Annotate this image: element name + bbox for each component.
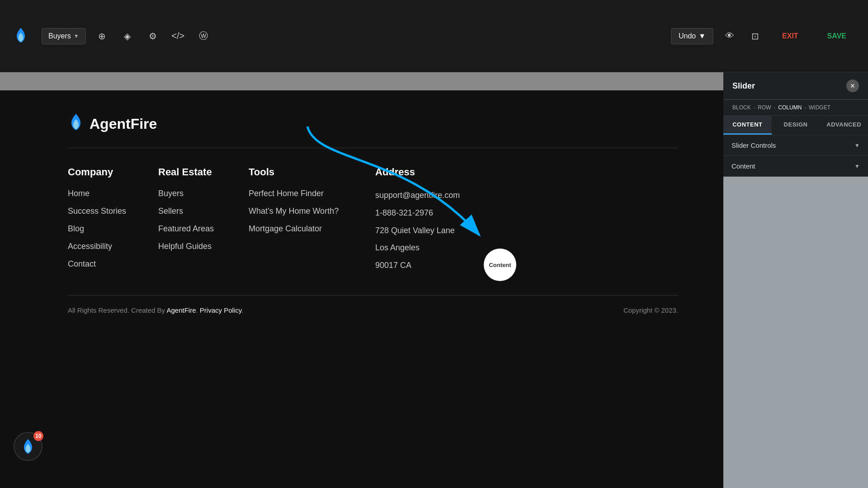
agentfire-link[interactable]: AgentFire [166, 306, 196, 314]
address-city: Los Angeles [375, 241, 678, 254]
tab-advanced[interactable]: ADVANCED [820, 116, 868, 135]
save-button[interactable]: SAVE [816, 28, 857, 45]
list-item[interactable]: Perfect Home Finder [249, 189, 375, 198]
bubble-flame-icon [21, 438, 35, 455]
tab-content[interactable]: CONTENT [723, 116, 772, 135]
address-phone: 1-888-321-2976 [375, 206, 678, 220]
close-icon: ✕ [850, 82, 855, 89]
content-section-chevron-icon: ▼ [854, 163, 860, 169]
code-icon-button[interactable]: </> [169, 27, 187, 45]
breadcrumb-sep-3: › [804, 105, 806, 110]
copyright-text: Copyright © 2023. [623, 306, 678, 314]
breadcrumb-row[interactable]: ROW [758, 104, 771, 111]
main-area: AgentFire Company Home Success Stories B… [0, 72, 868, 488]
panel-close-button[interactable]: ✕ [846, 80, 859, 92]
content-circle-label: Content [484, 249, 516, 281]
settings-icon-button[interactable]: ⚙ [144, 27, 162, 45]
slider-controls-chevron-icon: ▼ [854, 142, 860, 149]
mortgage-calculator-link[interactable]: Mortgage Calculator [249, 224, 322, 233]
helpful-guides-link[interactable]: Helpful Guides [158, 242, 212, 251]
breadcrumb-sep-1: › [754, 105, 755, 110]
sellers-link[interactable]: Sellers [158, 206, 183, 216]
website-preview: AgentFire Company Home Success Stories B… [0, 72, 723, 488]
home-link[interactable]: Home [68, 189, 90, 198]
preview-wrapper: AgentFire Company Home Success Stories B… [0, 72, 723, 488]
footer-columns: Company Home Success Stories Blog Access… [68, 166, 678, 277]
content-section: Content ▼ [723, 156, 868, 177]
panel-header: Slider ✕ [723, 72, 868, 100]
buyers-label: Buyers [48, 32, 71, 40]
contact-link[interactable]: Contact [68, 259, 96, 268]
footer-logo: AgentFire [68, 113, 678, 135]
exit-button[interactable]: EXIT [771, 28, 809, 45]
list-item[interactable]: Success Stories [68, 206, 158, 216]
content-section-label: Content [731, 162, 755, 170]
breadcrumb-widget[interactable]: WIDGET [809, 104, 830, 111]
buyers-dropdown[interactable]: Buyers ▼ [42, 28, 86, 44]
layers-icon-button[interactable]: ◈ [118, 27, 137, 45]
list-item[interactable]: Contact [68, 259, 158, 269]
wordpress-icon-button[interactable]: ⓦ [194, 27, 212, 45]
content-section-header[interactable]: Content ▼ [723, 156, 868, 176]
footer-flame-icon [68, 113, 84, 135]
privacy-policy-link[interactable]: Privacy Policy [200, 306, 241, 314]
accessibility-link[interactable]: Accessibility [68, 242, 112, 251]
address-email: support@agentfire.com [375, 189, 678, 202]
notification-bubble[interactable]: 10 [14, 432, 42, 461]
breadcrumb-sep-2: › [774, 105, 776, 110]
list-item[interactable]: What's My Home Worth? [249, 206, 375, 216]
footer-col-company: Company Home Success Stories Blog Access… [68, 166, 158, 277]
eye-icon: 👁 [725, 31, 734, 41]
tools-links: Perfect Home Finder What's My Home Worth… [249, 189, 375, 234]
list-item[interactable]: Helpful Guides [158, 242, 249, 251]
layers-icon: ◈ [124, 31, 131, 42]
tab-design[interactable]: DESIGN [772, 116, 820, 135]
success-stories-link[interactable]: Success Stories [68, 206, 126, 216]
notification-count: 10 [33, 431, 43, 441]
undo-label: Undo [679, 32, 696, 40]
slider-controls-header[interactable]: Slider Controls ▼ [723, 135, 868, 155]
slider-controls-label: Slider Controls [731, 141, 776, 149]
wordpress-icon: ⓦ [199, 30, 208, 42]
list-item[interactable]: Featured Areas [158, 224, 249, 234]
toolbar: Buyers ▼ ⊕ ◈ ⚙ </> ⓦ Undo ▼ 👁 ⊡ EXIT SAV… [0, 0, 868, 72]
blog-link[interactable]: Blog [68, 224, 84, 233]
responsive-icon: ⊡ [751, 31, 759, 42]
list-item[interactable]: Sellers [158, 206, 249, 216]
company-heading: Company [68, 166, 158, 178]
breadcrumb-column[interactable]: COLUMN [778, 104, 802, 111]
featured-areas-link[interactable]: Featured Areas [158, 224, 214, 233]
panel-breadcrumb: BLOCK › ROW › COLUMN › WIDGET [723, 100, 868, 116]
panel-tabs: CONTENT DESIGN ADVANCED [723, 116, 868, 135]
undo-dropdown[interactable]: Undo ▼ [671, 28, 713, 44]
tools-heading: Tools [249, 166, 375, 178]
eye-icon-button[interactable]: 👁 [721, 27, 739, 45]
list-item[interactable]: Accessibility [68, 242, 158, 251]
chevron-down-icon: ▼ [74, 33, 79, 39]
real-estate-links: Buyers Sellers Featured Areas Helpful Gu… [158, 189, 249, 251]
slider-controls-section: Slider Controls ▼ [723, 135, 868, 156]
company-links: Home Success Stories Blog Accessibility … [68, 189, 158, 269]
undo-chevron-icon: ▼ [698, 32, 706, 40]
right-panel: Slider ✕ BLOCK › ROW › COLUMN › WIDGET C… [723, 72, 868, 488]
real-estate-heading: Real Estate [158, 166, 249, 178]
footer-brand-name: AgentFire [90, 116, 157, 132]
footer-col-address: Address support@agentfire.com 1-888-321-… [375, 166, 678, 277]
footer-col-tools: Tools Perfect Home Finder What's My Home… [249, 166, 375, 277]
list-item[interactable]: Home [68, 189, 158, 198]
logo-button[interactable] [11, 26, 31, 46]
home-worth-link[interactable]: What's My Home Worth? [249, 206, 339, 216]
buyers-link[interactable]: Buyers [158, 189, 184, 198]
gear-icon: ⚙ [149, 31, 157, 42]
list-item[interactable]: Blog [68, 224, 158, 234]
responsive-icon-button[interactable]: ⊡ [746, 27, 764, 45]
list-item[interactable]: Buyers [158, 189, 249, 198]
breadcrumb-block[interactable]: BLOCK [732, 104, 751, 111]
list-item[interactable]: Mortgage Calculator [249, 224, 375, 234]
perfect-home-finder-link[interactable]: Perfect Home Finder [249, 189, 324, 198]
flame-logo-icon [14, 27, 28, 45]
footer-credits: All Rights Reserved. Created By AgentFir… [68, 306, 243, 314]
add-icon-button[interactable]: ⊕ [93, 27, 111, 45]
panel-body: Slider Controls ▼ Content ▼ [723, 135, 868, 488]
panel-title: Slider [732, 81, 755, 91]
